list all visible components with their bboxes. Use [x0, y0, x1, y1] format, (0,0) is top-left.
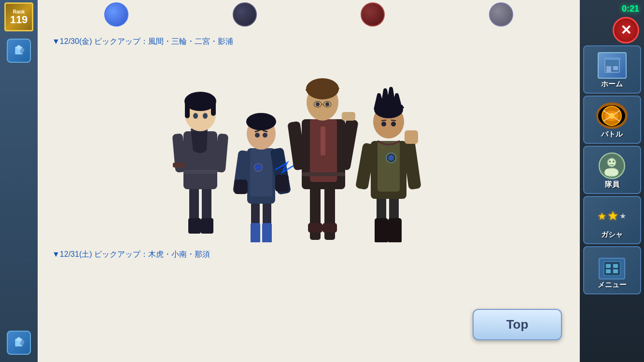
svg-point-78	[316, 102, 320, 106]
svg-line-97	[391, 120, 396, 121]
nav-item-battle[interactable]: バトル	[583, 96, 641, 144]
right-sidebar: 0:21 ✕ ホーム バトル	[580, 0, 644, 362]
svg-point-95	[391, 122, 396, 126]
nav-item-gacha[interactable]: ★ ★ ★ ガシャ	[583, 196, 641, 244]
svg-rect-7	[604, 57, 620, 60]
svg-rect-35	[173, 163, 185, 167]
rank-number: 119	[10, 14, 28, 25]
svg-line-96	[381, 120, 386, 121]
svg-rect-72	[342, 112, 355, 121]
rank-badge: Rank 119	[4, 2, 33, 31]
svg-point-21	[609, 161, 611, 163]
svg-point-22	[613, 161, 615, 163]
characters-svg	[164, 54, 454, 242]
deco-gray	[489, 2, 513, 27]
svg-point-88	[388, 155, 394, 161]
char2	[232, 113, 294, 242]
svg-rect-26	[606, 269, 611, 273]
left-sidebar: Rank 119	[0, 0, 38, 362]
nav-label-menu: メニュー	[598, 280, 627, 290]
svg-rect-65	[308, 223, 322, 233]
char4	[355, 89, 421, 242]
deco-red	[361, 2, 385, 27]
gacha-icon: ★ ★ ★	[596, 203, 628, 229]
svg-rect-86	[378, 141, 400, 192]
nav-item-squad[interactable]: 隊員	[583, 146, 641, 194]
close-button[interactable]: ✕	[613, 17, 639, 43]
svg-rect-8	[606, 66, 611, 72]
menu-icon	[599, 258, 625, 279]
svg-point-79	[325, 102, 329, 106]
svg-rect-25	[613, 264, 618, 268]
svg-rect-30	[188, 218, 201, 234]
home-icon	[598, 52, 627, 79]
top-button-label: Top	[506, 317, 529, 332]
characters-container	[52, 54, 565, 242]
nav-item-menu[interactable]: メニュー	[583, 246, 641, 294]
char1	[172, 92, 228, 234]
sidebar-cube-top[interactable]	[7, 39, 31, 63]
svg-rect-23	[604, 262, 620, 276]
svg-point-94	[381, 122, 386, 126]
svg-rect-24	[606, 264, 611, 268]
char3	[287, 78, 359, 240]
svg-rect-20	[604, 169, 618, 176]
pickup-text-2: ▼12/31(土) ピックアップ：木虎・小南・那須	[52, 250, 565, 260]
svg-rect-50	[250, 148, 272, 196]
svg-point-40	[193, 113, 198, 119]
content-area: ▼12/30(金) ピックアップ：風間・三輪・二宮・影浦	[38, 0, 580, 362]
svg-rect-84	[388, 218, 402, 242]
svg-rect-66	[322, 223, 337, 233]
pickup-text-1: ▼12/30(金) ピックアップ：風間・三輪・二宮・影浦	[52, 36, 565, 47]
svg-point-41	[203, 113, 208, 119]
svg-point-15	[609, 113, 615, 119]
svg-point-62	[256, 165, 261, 170]
svg-rect-9	[613, 66, 618, 70]
svg-rect-83	[375, 218, 388, 242]
squad-icon	[599, 153, 625, 179]
nav-label-gacha: ガシャ	[601, 230, 623, 239]
svg-rect-39	[211, 101, 216, 116]
svg-point-60	[263, 133, 267, 138]
svg-rect-38	[185, 101, 190, 118]
svg-rect-54	[275, 175, 289, 192]
nav-label-home: ホーム	[601, 80, 623, 89]
top-decorations	[52, 10, 565, 29]
svg-point-59	[255, 133, 260, 138]
nav-label-battle: バトル	[601, 130, 623, 139]
sidebar-cube-bottom[interactable]	[7, 331, 31, 355]
svg-rect-69	[321, 126, 325, 155]
svg-rect-91	[405, 130, 418, 144]
svg-rect-80	[302, 172, 345, 176]
battle-icon	[596, 102, 628, 129]
svg-rect-53	[234, 180, 248, 194]
deco-dark	[233, 2, 257, 27]
svg-rect-31	[201, 218, 213, 234]
timer-display: 0:21	[622, 4, 642, 14]
nav-label-squad: 隊員	[605, 180, 619, 189]
svg-rect-45	[251, 223, 260, 242]
deco-blue	[104, 2, 128, 27]
svg-rect-42	[183, 170, 217, 174]
nav-item-home[interactable]: ホーム	[583, 45, 641, 94]
svg-rect-27	[613, 269, 618, 273]
top-button[interactable]: Top	[473, 309, 562, 340]
svg-rect-46	[262, 223, 272, 242]
